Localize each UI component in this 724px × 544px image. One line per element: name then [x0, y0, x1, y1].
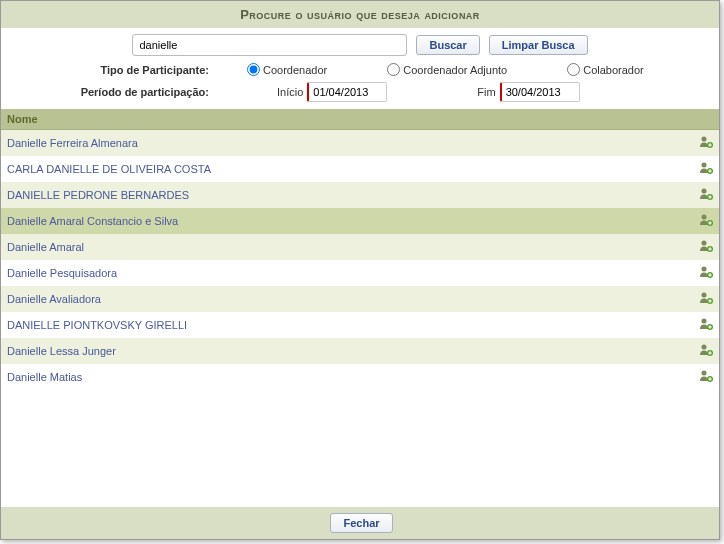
- radio-coordenador-input[interactable]: [247, 63, 260, 76]
- participant-type-radios: Coordenador Coordenador Adjunto Colabora…: [217, 63, 703, 76]
- table-row: Danielle Amaral Constancio e Silva: [1, 208, 719, 234]
- add-user-icon[interactable]: [699, 187, 713, 201]
- table-row: Danielle Amaral: [1, 234, 719, 260]
- action-cell: [693, 338, 719, 364]
- clear-search-button[interactable]: Limpar Busca: [489, 35, 588, 55]
- date-section: Início Fim: [217, 82, 703, 102]
- table-row: DANIELLE PIONTKOVSKY GIRELLI: [1, 312, 719, 338]
- col-header-action: [693, 109, 719, 130]
- user-name-cell[interactable]: Danielle Pesquisadora: [1, 260, 693, 286]
- svg-point-2: [702, 163, 707, 168]
- end-date-input[interactable]: [500, 82, 580, 102]
- user-name-cell[interactable]: Danielle Lessa Junger: [1, 338, 693, 364]
- user-name-cell[interactable]: CARLA DANIELLE DE OLIVEIRA COSTA: [1, 156, 693, 182]
- add-user-icon[interactable]: [699, 135, 713, 149]
- radio-colaborador[interactable]: Colaborador: [567, 63, 644, 76]
- search-button[interactable]: Buscar: [416, 35, 479, 55]
- radio-coordenador-label: Coordenador: [263, 64, 327, 76]
- radio-coordenador-adjunto[interactable]: Coordenador Adjunto: [387, 63, 507, 76]
- action-cell: [693, 156, 719, 182]
- user-name-cell[interactable]: Danielle Ferreira Almenara: [1, 130, 693, 157]
- end-date-label: Fim: [477, 86, 495, 98]
- results-table: Nome Danielle Ferreira AlmenaraCARLA DAN…: [1, 109, 719, 390]
- results-table-wrap: Nome Danielle Ferreira AlmenaraCARLA DAN…: [1, 109, 719, 507]
- radio-coordenador[interactable]: Coordenador: [247, 63, 327, 76]
- user-search-dialog: Procure o usuário que deseja adicionar B…: [0, 0, 720, 540]
- user-name-cell[interactable]: DANIELLE PIONTKOVSKY GIRELLI: [1, 312, 693, 338]
- table-row: Danielle Matias: [1, 364, 719, 390]
- svg-point-14: [702, 319, 707, 324]
- start-date-field: Início: [277, 82, 387, 102]
- action-cell: [693, 234, 719, 260]
- svg-point-12: [702, 293, 707, 298]
- svg-point-4: [702, 189, 707, 194]
- add-user-icon[interactable]: [699, 343, 713, 357]
- svg-point-16: [702, 345, 707, 350]
- add-user-icon[interactable]: [699, 291, 713, 305]
- table-row: Danielle Avaliadora: [1, 286, 719, 312]
- radio-colaborador-label: Colaborador: [583, 64, 644, 76]
- table-row: Danielle Lessa Junger: [1, 338, 719, 364]
- table-row: Danielle Ferreira Almenara: [1, 130, 719, 157]
- radio-colaborador-input[interactable]: [567, 63, 580, 76]
- action-cell: [693, 312, 719, 338]
- radio-coordenador-adjunto-label: Coordenador Adjunto: [403, 64, 507, 76]
- action-cell: [693, 208, 719, 234]
- table-row: DANIELLE PEDRONE BERNARDES: [1, 182, 719, 208]
- action-cell: [693, 130, 719, 157]
- action-cell: [693, 286, 719, 312]
- user-name-cell[interactable]: DANIELLE PEDRONE BERNARDES: [1, 182, 693, 208]
- end-date-field: Fim: [477, 82, 579, 102]
- add-user-icon[interactable]: [699, 369, 713, 383]
- search-row: Buscar Limpar Busca: [1, 28, 719, 60]
- dialog-title: Procure o usuário que deseja adicionar: [1, 1, 719, 28]
- svg-point-0: [702, 137, 707, 142]
- action-cell: [693, 260, 719, 286]
- table-row: CARLA DANIELLE DE OLIVEIRA COSTA: [1, 156, 719, 182]
- svg-point-10: [702, 267, 707, 272]
- action-cell: [693, 182, 719, 208]
- add-user-icon[interactable]: [699, 213, 713, 227]
- action-cell: [693, 364, 719, 390]
- period-row: Período de participação: Início Fim: [1, 79, 719, 105]
- radio-coordenador-adjunto-input[interactable]: [387, 63, 400, 76]
- user-name-cell[interactable]: Danielle Amaral Constancio e Silva: [1, 208, 693, 234]
- period-label: Período de participação:: [17, 86, 217, 98]
- participant-type-label: Tipo de Participante:: [17, 64, 217, 76]
- search-input[interactable]: [132, 34, 407, 56]
- participant-type-row: Tipo de Participante: Coordenador Coorde…: [1, 60, 719, 79]
- start-date-input[interactable]: [307, 82, 387, 102]
- svg-point-6: [702, 215, 707, 220]
- close-button[interactable]: Fechar: [330, 513, 392, 533]
- add-user-icon[interactable]: [699, 317, 713, 331]
- col-header-nome[interactable]: Nome: [1, 109, 693, 130]
- user-name-cell[interactable]: Danielle Amaral: [1, 234, 693, 260]
- add-user-icon[interactable]: [699, 265, 713, 279]
- add-user-icon[interactable]: [699, 161, 713, 175]
- user-name-cell[interactable]: Danielle Avaliadora: [1, 286, 693, 312]
- dialog-footer: Fechar: [1, 507, 719, 539]
- add-user-icon[interactable]: [699, 239, 713, 253]
- start-date-label: Início: [277, 86, 303, 98]
- svg-point-8: [702, 241, 707, 246]
- svg-point-18: [702, 371, 707, 376]
- user-name-cell[interactable]: Danielle Matias: [1, 364, 693, 390]
- table-row: Danielle Pesquisadora: [1, 260, 719, 286]
